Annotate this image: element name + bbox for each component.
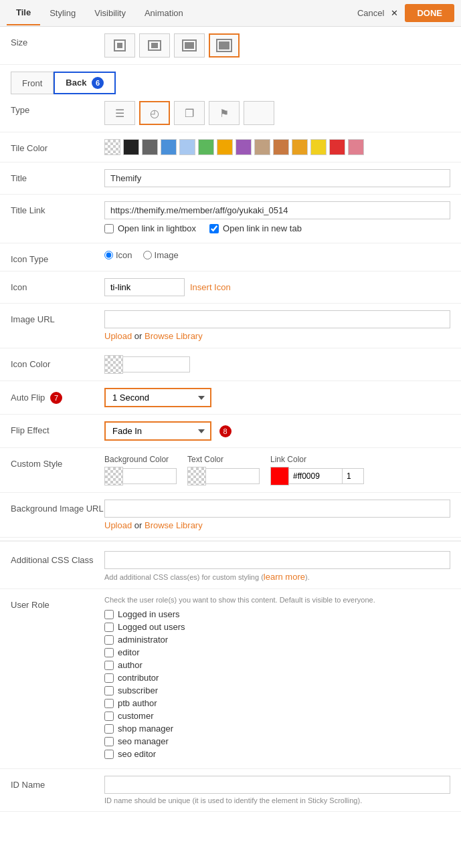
role-contributor-checkbox[interactable] <box>104 673 114 683</box>
insert-icon-button[interactable]: Insert Icon <box>190 282 231 292</box>
title-link-input[interactable] <box>104 201 450 219</box>
bg-browse-library-link[interactable]: Browse Library <box>145 520 203 530</box>
color-swatch-red[interactable] <box>329 139 345 155</box>
lightbox-checkbox[interactable] <box>104 224 114 233</box>
tab-styling[interactable]: Styling <box>40 1 85 25</box>
color-swatch-purple[interactable] <box>236 139 252 155</box>
type-btn-text[interactable]: ☰ <box>104 101 135 125</box>
color-swatch-green[interactable] <box>198 139 214 155</box>
new-tab-checkbox[interactable] <box>209 224 219 233</box>
additional-css-row: Additional CSS Class Add additional CSS … <box>0 544 461 589</box>
type-btn-map[interactable]: ⚑ <box>209 101 240 125</box>
color-swatch-yellow[interactable] <box>310 139 327 155</box>
type-btn-media[interactable]: ❐ <box>174 101 205 125</box>
icon-radio-label: Icon <box>104 250 132 260</box>
custom-style-row: Custom Style Background Color Text Color… <box>0 448 461 493</box>
additional-css-input[interactable] <box>104 551 450 569</box>
role-customer-checkbox[interactable] <box>104 712 114 721</box>
role-seo-editor-checkbox[interactable] <box>104 750 114 759</box>
bg-color-checker[interactable] <box>104 467 123 485</box>
id-name-label: ID Name <box>11 776 104 790</box>
role-logged-in: Logged in users <box>104 609 450 619</box>
upload-link[interactable]: Upload <box>104 331 132 341</box>
link-options: Open link in lightbox Open link in new t… <box>104 223 450 236</box>
role-logged-out: Logged out users <box>104 622 450 632</box>
icon-color-checker[interactable] <box>104 355 123 374</box>
bg-color-input[interactable] <box>123 468 177 484</box>
flip-effect-select[interactable]: Fade In Flip Left Flip Right Flip Up Fli… <box>104 421 211 441</box>
size-btn-4[interactable] <box>209 33 240 58</box>
svg-rect-7 <box>219 41 229 49</box>
role-ptb-author: ptb author <box>104 698 450 708</box>
role-author-checkbox[interactable] <box>104 661 114 670</box>
image-radio[interactable] <box>143 251 152 259</box>
image-url-row: Image URL Upload or Browse Library <box>0 304 461 348</box>
type-btn-blank[interactable] <box>244 101 274 125</box>
bg-image-url-row: Background Image URL Upload or Browse Li… <box>0 493 461 538</box>
size-btn-1[interactable] <box>104 33 135 58</box>
text-color-checker[interactable] <box>187 467 206 485</box>
icon-color-row: Icon Color <box>0 348 461 381</box>
icon-field: Insert Icon <box>104 278 450 296</box>
tab-tile[interactable]: Tile <box>7 1 40 25</box>
color-swatch-gray[interactable] <box>142 139 158 155</box>
front-tab[interactable]: Front <box>11 72 54 94</box>
type-row: Type ☰ ◴ ❐ ⚑ <box>0 94 461 132</box>
color-swatch-transparent[interactable] <box>104 139 120 155</box>
learn-more-link[interactable]: learn more <box>264 572 305 582</box>
icon-color-input[interactable] <box>123 356 190 372</box>
id-name-row: ID Name ID name should be unique (it is … <box>0 769 461 812</box>
flip-effect-row: Flip Effect Fade In Flip Left Flip Right… <box>0 415 461 448</box>
color-swatch-blue[interactable] <box>161 139 177 155</box>
color-swatch-brown[interactable] <box>273 139 289 155</box>
section-divider-1 <box>0 540 461 542</box>
cancel-button[interactable]: Cancel <box>357 8 384 18</box>
color-swatch-tan[interactable] <box>254 139 270 155</box>
icon-type-label: Icon Type <box>11 250 104 264</box>
type-btn-icon[interactable]: ◴ <box>139 101 170 125</box>
link-color-swatch[interactable] <box>270 467 289 485</box>
id-name-input[interactable] <box>104 776 450 794</box>
bg-image-url-input[interactable] <box>104 500 450 518</box>
user-role-label: User Role <box>11 596 104 610</box>
role-subscriber-checkbox[interactable] <box>104 686 114 695</box>
role-logged-out-checkbox[interactable] <box>104 623 114 632</box>
color-swatch-orange[interactable] <box>217 139 233 155</box>
id-name-note: ID name should be unique (it is used to … <box>104 796 450 804</box>
size-btn-2[interactable] <box>139 33 170 58</box>
title-input[interactable] <box>104 169 450 187</box>
role-shop-manager-checkbox[interactable] <box>104 724 114 734</box>
svg-rect-5 <box>185 42 194 49</box>
size-icon-2 <box>147 37 163 53</box>
size-btn-3[interactable] <box>174 33 205 58</box>
bg-upload-link[interactable]: Upload <box>104 520 132 530</box>
type-buttons: ☰ ◴ ❐ ⚑ <box>104 101 450 125</box>
top-nav: Tile Styling Visibility Animation Cancel… <box>0 0 461 27</box>
bg-color-col: Background Color <box>104 455 177 485</box>
icon-color-label: Icon Color <box>11 355 104 369</box>
done-button[interactable]: DONE <box>405 4 454 22</box>
tab-visibility[interactable]: Visibility <box>85 1 135 25</box>
link-color-opacity[interactable] <box>343 468 364 484</box>
role-ptb-author-checkbox[interactable] <box>104 699 114 708</box>
icon-radio[interactable] <box>104 251 113 259</box>
back-tab[interactable]: Back 6 <box>54 72 116 94</box>
role-editor-checkbox[interactable] <box>104 648 114 657</box>
role-seo-manager-checkbox[interactable] <box>104 737 114 746</box>
auto-flip-select[interactable]: No 1 Second 2 Seconds 3 Seconds 5 Second… <box>104 388 211 407</box>
bg-color-col-label: Background Color <box>104 455 177 464</box>
image-url-input[interactable] <box>104 310 450 328</box>
color-swatch-lightblue[interactable] <box>179 139 195 155</box>
role-administrator-checkbox[interactable] <box>104 635 114 645</box>
color-swatch-amber[interactable] <box>292 139 308 155</box>
text-color-input[interactable] <box>206 468 260 484</box>
icon-label: Icon <box>11 278 104 292</box>
bg-image-url-label: Background Image URL <box>11 500 104 514</box>
icon-input[interactable] <box>104 278 185 296</box>
color-swatch-black[interactable] <box>123 139 139 155</box>
tab-animation[interactable]: Animation <box>135 1 193 25</box>
browse-library-link[interactable]: Browse Library <box>145 331 203 341</box>
color-swatch-pink[interactable] <box>348 139 364 155</box>
link-color-input[interactable] <box>289 468 343 484</box>
role-logged-in-checkbox[interactable] <box>104 610 114 619</box>
